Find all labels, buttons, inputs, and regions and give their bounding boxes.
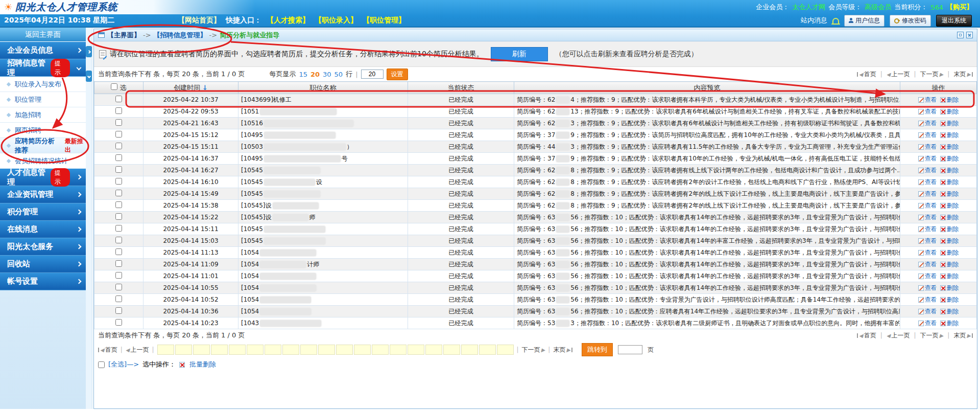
select-all-checkbox[interactable]	[111, 83, 117, 90]
view-link[interactable]: 查看	[918, 320, 937, 327]
view-link[interactable]: 查看	[918, 178, 937, 186]
view-link[interactable]: 查看	[918, 296, 937, 303]
page-slot[interactable]	[336, 345, 353, 355]
sidebar-item-2-6[interactable]: 会员招聘情况统计	[0, 153, 86, 169]
row-checkbox[interactable]	[115, 190, 122, 196]
row-checkbox[interactable]	[115, 178, 122, 185]
delete-link[interactable]: 删除	[940, 202, 959, 209]
next-page-link[interactable]: 下一页▶	[920, 331, 944, 340]
sidebar-collapse-button[interactable]	[86, 46, 92, 57]
delete-link[interactable]: 删除	[940, 320, 959, 327]
delete-link[interactable]: 删除	[940, 308, 959, 315]
view-link[interactable]: 查看	[918, 108, 937, 115]
breadcrumb-section[interactable]: 【招聘信息管理】	[154, 31, 207, 40]
delete-link[interactable]: 删除	[940, 272, 959, 280]
page-slot[interactable]	[265, 345, 281, 355]
change-password-button[interactable]: 修改密码	[890, 15, 931, 27]
delete-link[interactable]: 删除	[940, 214, 959, 221]
jump-page-input[interactable]	[618, 345, 642, 354]
delete-link[interactable]: 删除	[940, 237, 959, 244]
prev-page-link[interactable]: ◀上一页	[126, 346, 149, 354]
row-checkbox[interactable]	[115, 143, 122, 149]
page-slot[interactable]	[300, 345, 317, 355]
first-page-link[interactable]: ◀首页	[98, 346, 117, 354]
sidebar-group-5[interactable]: 积分管理	[0, 203, 86, 221]
sidebar-group-2[interactable]: 招聘信息管理提示	[0, 59, 86, 77]
page-slot[interactable]	[229, 345, 246, 355]
sidebar-expand-button[interactable]	[86, 71, 92, 82]
sidebar-item-2-2[interactable]: 职位管理	[0, 92, 86, 107]
first-page-link[interactable]: ◀首页	[857, 70, 876, 79]
next-page-link[interactable]: 下一页▶	[522, 346, 545, 354]
row-checkbox[interactable]	[115, 260, 122, 267]
view-link[interactable]: 查看	[918, 261, 937, 268]
page-slot[interactable]	[175, 345, 192, 355]
back-to-main-button[interactable]: 返回主界面	[0, 28, 86, 42]
select-all-bottom-checkbox[interactable]	[98, 361, 105, 368]
select-all-link[interactable]: [全选]—>	[108, 360, 139, 369]
row-checkbox[interactable]	[115, 119, 122, 126]
row-checkbox[interactable]	[115, 248, 122, 255]
row-checkbox[interactable]	[115, 131, 122, 138]
first-page-link[interactable]: ◀首页	[857, 331, 876, 340]
row-checkbox[interactable]	[115, 319, 122, 326]
view-link[interactable]: 查看	[918, 308, 937, 315]
row-checkbox[interactable]	[115, 295, 122, 302]
view-link[interactable]: 查看	[918, 249, 937, 256]
view-link[interactable]: 查看	[918, 284, 937, 291]
row-checkbox[interactable]	[115, 96, 122, 102]
row-checkbox[interactable]	[115, 307, 122, 314]
row-checkbox[interactable]	[115, 237, 122, 243]
page-slot[interactable]	[408, 345, 424, 355]
last-page-link[interactable]: 末页▶	[953, 331, 973, 340]
delete-link[interactable]: 删除	[940, 190, 959, 197]
close-window-icon[interactable]	[966, 32, 973, 38]
delete-link[interactable]: 删除	[940, 108, 959, 115]
per-page-option-30[interactable]: 30	[323, 71, 331, 78]
view-link[interactable]: 查看	[918, 225, 937, 233]
bell-icon[interactable]	[832, 18, 839, 24]
restore-window-icon[interactable]	[957, 32, 964, 38]
page-slot[interactable]	[390, 345, 407, 355]
delete-link[interactable]: 删除	[940, 131, 959, 139]
view-link[interactable]: 查看	[918, 143, 937, 150]
page-slot[interactable]	[211, 345, 228, 355]
page-slot[interactable]	[479, 345, 496, 355]
page-slot[interactable]	[497, 345, 514, 355]
last-page-link[interactable]: 末页▶	[553, 346, 572, 354]
delete-link[interactable]: 删除	[940, 225, 959, 233]
page-slot[interactable]	[247, 345, 264, 355]
delete-link[interactable]: 删除	[940, 284, 959, 291]
user-info-button[interactable]: 用户信息	[844, 15, 885, 27]
jump-to-button[interactable]: 跳转到	[582, 343, 613, 356]
buy-link[interactable]: 【购买】	[946, 3, 973, 12]
sort-desc-icon[interactable]: ↓	[202, 84, 208, 92]
row-checkbox[interactable]	[115, 166, 122, 173]
next-page-link[interactable]: 下一页▶	[920, 70, 944, 79]
prev-page-link[interactable]: ◀上一页	[887, 331, 910, 340]
page-slot[interactable]	[372, 345, 389, 355]
prev-page-link[interactable]: ◀上一页	[887, 70, 910, 79]
view-link[interactable]: 查看	[918, 155, 937, 162]
sidebar-group-3[interactable]: 人才信息管理提示	[0, 169, 86, 186]
sidebar-group-1[interactable]: 企业会员信息	[0, 42, 86, 59]
delete-link[interactable]: 删除	[940, 155, 959, 162]
sidebar-group-7[interactable]: 阳光太仓服务	[0, 238, 86, 256]
view-link[interactable]: 查看	[918, 237, 937, 244]
sidebar-group-6[interactable]: 在线消息	[0, 221, 86, 238]
page-slot[interactable]	[282, 345, 299, 355]
sidebar-item-2-5[interactable]: 应聘简历分析推荐最新推出	[0, 138, 86, 153]
sidebar-item-2-3[interactable]: 加急招聘	[0, 107, 86, 123]
sidebar-item-2-4[interactable]: 网页招聘	[0, 123, 86, 138]
view-link[interactable]: 查看	[918, 214, 937, 221]
page-slot[interactable]	[461, 345, 478, 355]
nav-website-home[interactable]: 【网站首页】	[178, 16, 221, 25]
sidebar-item-2-1[interactable]: 职位录入与发布	[0, 77, 86, 92]
nav-talent-search[interactable]: 【人才搜索】	[267, 16, 309, 25]
row-checkbox[interactable]	[115, 107, 122, 114]
page-slot[interactable]	[193, 345, 210, 355]
view-link[interactable]: 查看	[918, 167, 937, 174]
last-page-link[interactable]: 末页▶	[953, 70, 973, 79]
delete-link[interactable]: 删除	[940, 249, 959, 256]
batch-delete-link[interactable]: 批量删除	[189, 360, 216, 369]
